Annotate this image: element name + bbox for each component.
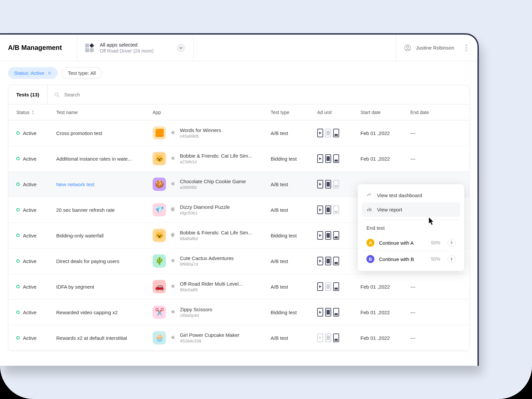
app-id: a389f4fd [180,185,246,190]
test-name-cell: Additional instance rates in wate... [56,156,153,162]
app-name: Zippy Scissors [180,307,212,312]
col-end-date[interactable]: End date [410,110,450,115]
adunit-cell [317,333,360,342]
status-active-icon [16,311,20,314]
kebab-menu-icon[interactable] [463,45,469,51]
menu-view-report[interactable]: View report [362,202,460,217]
status-cell: Active [16,182,56,187]
app-name: Off-Road Rider Multi Level... [180,281,243,287]
trend-icon [366,192,372,199]
filter-chip-type-label: Test type: All [68,70,96,76]
app-name: Bobbie & Friends: Cat Life Sim... [180,230,252,235]
adunit-fill-icon [325,129,331,137]
sort-icon: ▲▼ [32,110,34,115]
col-test-type[interactable]: Test type [271,110,317,115]
start-date-cell: Feb 01 ,2022 [360,284,410,290]
svg-rect-10 [370,208,371,211]
adunit-cell [317,129,360,137]
status-cell: Active [16,335,56,341]
status-text: Active [23,233,37,238]
svg-point-5 [174,208,174,208]
adunit-cell [317,205,360,214]
status-cell: Active [16,130,56,136]
test-type-cell: A/B test [271,258,317,264]
adunit-cell [317,282,360,291]
svg-point-1 [407,46,409,48]
end-date-cell: --- [410,335,450,341]
app-cell: 🚗 Off-Road Rider Multi Level... 6fds0a88 [153,280,271,293]
chevron-down-icon [177,44,185,52]
test-name-cell[interactable]: New network test [56,182,153,187]
col-status[interactable]: Status ▲▼ [16,110,56,115]
apple-icon [170,130,176,136]
app-id: c88a5p4d [180,313,212,318]
adunit-btm-icon [333,205,339,214]
app-icon: 🍪 [153,178,166,191]
adunit-fill-icon [325,154,331,163]
app-cell: ✂️ Zippy Scissors c88a5p4d [153,306,271,319]
table-row[interactable]: Active Additional instance rates in wate… [8,146,469,172]
android-icon [170,232,176,239]
menu-view-dashboard-label: View test dashboard [377,193,422,198]
table-row[interactable]: Active Rewarded video capping x2 ✂️ Zipp… [8,300,469,325]
adunit-btm-icon [333,231,339,240]
status-active-icon [16,234,20,237]
user-menu[interactable]: Justine Robinson [396,35,477,61]
svg-point-2 [55,93,58,96]
table-row[interactable]: Active Cross promotion test 🟧 Words for … [8,120,469,146]
continue-with-b[interactable]: B Continue with B 50% [362,251,460,267]
app-cell: 😺 Bobbie & Friends: Cat Life Sim... 66a8… [153,229,271,242]
status-active-icon [16,285,20,288]
filter-chip-status[interactable]: Status: Active ✕ [8,67,58,79]
adunit-fill-icon [325,231,331,240]
test-name-cell: Cross promotion test [56,130,153,136]
app-icon: 🟧 [153,126,166,140]
test-type-cell: Bidding test [271,233,317,238]
menu-view-dashboard[interactable]: View test dashboard [362,188,460,202]
status-cell: Active [16,207,56,213]
search-input[interactable] [64,92,463,97]
adunit-cell [317,231,360,240]
app-id: 45284c339 [180,338,239,343]
filter-bar: Status: Active ✕ Test type: All [0,61,477,85]
adunit-btm-icon [333,282,339,291]
apple-icon [170,283,176,290]
filter-chip-type[interactable]: Test type: All [62,67,102,79]
table-row[interactable]: Active IDFA by segment 🚗 Off-Road Rider … [8,274,469,300]
app-selector-dropdown[interactable]: All apps selected Off Road Driver (24 mo… [77,35,194,61]
tests-count-tab[interactable]: Tests (13) [8,85,48,104]
continue-with-a[interactable]: A Continue with A 50% [362,235,460,251]
app-id: 66a8af6d [180,236,252,241]
status-active-icon [16,131,20,135]
close-icon[interactable]: ✕ [48,70,52,76]
header: A/B Management All apps selected Off Roa… [0,35,477,61]
adunit-btm-icon [333,333,339,342]
col-app[interactable]: App [153,110,271,115]
end-date-cell: --- [410,284,450,290]
app-name: Bobbie & Friends: Cat Life Sim... [180,153,252,159]
app-icon: 😺 [153,229,166,242]
adunit-cell [317,180,360,189]
test-name-cell: Rewards x2 at default interstitial [56,335,153,341]
adunit-play-icon [317,129,323,137]
app-selector-main: All apps selected [100,42,171,48]
apple-icon [170,181,176,188]
test-name-cell: Rewarded video capping x2 [56,310,153,315]
svg-point-4 [172,208,173,208]
apps-grid-icon [85,44,94,52]
status-text: Active [23,284,37,290]
app-cell: 🌵 Cute Cactus Adventures 6f990a7d [153,254,271,268]
col-start-date[interactable]: Start date [360,110,410,115]
table-row[interactable]: Active Rewards x2 at default interstitia… [8,325,469,351]
adunit-btm-icon [333,154,339,163]
chevron-right-icon [448,239,456,247]
search-icon [54,92,60,97]
search-box[interactable] [48,85,469,104]
adunit-play-icon [317,282,323,291]
col-test-name[interactable]: Test name [56,110,153,115]
col-ad-unit[interactable]: Ad unit [317,110,360,115]
adunit-btm-icon [333,308,339,317]
status-text: Active [23,310,37,315]
app-icon: 💎 [153,203,166,216]
adunit-fill-icon [325,257,331,265]
